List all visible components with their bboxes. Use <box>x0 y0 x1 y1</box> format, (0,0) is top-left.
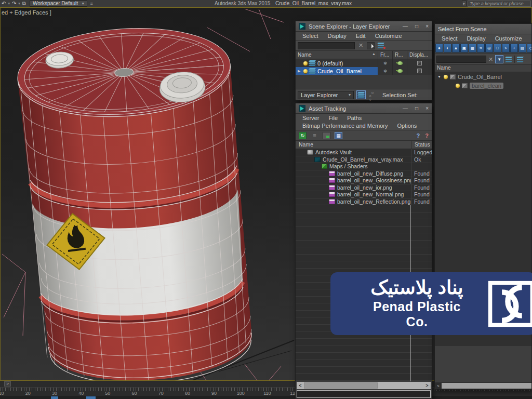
asset-row[interactable]: barrel_oil_new_ior.png Found <box>296 184 432 192</box>
asset-horizontal-scrollbar[interactable]: < > <box>297 382 431 389</box>
minimize-icon[interactable]: — <box>403 23 408 29</box>
select-horizontal-scrollbar[interactable]: < <box>435 382 531 389</box>
thumbnail-view-icon[interactable] <box>323 132 330 139</box>
filter-icon[interactable]: ◐ <box>444 44 451 52</box>
select-column-name[interactable]: Name <box>435 65 531 72</box>
column-frozen[interactable]: Fr... <box>378 51 392 59</box>
refresh-icon[interactable]: ↻ <box>299 132 307 139</box>
display-cell[interactable] <box>407 67 432 75</box>
render-cell[interactable] <box>392 67 407 75</box>
menu-item[interactable]: File <box>324 114 342 122</box>
asset-row[interactable]: barrel_oil_new_Normal.png Found <box>296 191 432 198</box>
hierarchy-view-button[interactable] <box>368 90 378 99</box>
render-cell[interactable] <box>392 59 407 67</box>
layer-filter-icon[interactable] <box>506 57 512 62</box>
filter-icon[interactable]: ▤ <box>518 44 526 52</box>
select-from-scene-titlebar[interactable]: Select From Scene <box>435 24 531 34</box>
visibility-bulb-icon[interactable] <box>456 84 460 88</box>
close-icon[interactable]: × <box>425 23 429 29</box>
redo-dropdown-icon[interactable]: ▾ <box>18 2 20 6</box>
context-help-icon[interactable]: ? <box>425 132 429 139</box>
maximize-icon[interactable]: □ <box>415 23 418 29</box>
open-mini-curve-editor-icon[interactable]: > <box>4 381 11 387</box>
layer-row[interactable]: 0 (default) ❄ <box>296 59 432 67</box>
clear-search-icon[interactable]: ✕ <box>488 56 493 63</box>
table-view-icon[interactable]: ▦ <box>335 132 342 139</box>
layer-row[interactable]: ▶Crude_Oil_Barrel ❄ <box>296 67 432 75</box>
viewport-shading-label[interactable]: ed + Edged Faces ] <box>2 9 51 16</box>
scene-search-input[interactable] <box>298 42 355 49</box>
display-cell[interactable] <box>407 59 432 67</box>
menu-item[interactable]: Options <box>392 122 421 130</box>
menu-item[interactable]: Bitmap Performance and Memory <box>298 122 392 130</box>
menu-item[interactable]: Customize <box>370 32 407 39</box>
filter-icon[interactable]: ▣ <box>460 44 468 52</box>
search-expand-icon[interactable]: ▸ <box>462 1 467 6</box>
scroll-right-icon[interactable]: > <box>423 383 431 388</box>
clear-search-icon[interactable]: ✕ <box>358 42 363 49</box>
asset-row[interactable]: Maps / Shaders <box>296 163 432 170</box>
scene-explorer-titlebar[interactable]: Scene Explorer - Layer Explorer — □ × <box>296 21 432 32</box>
column-status[interactable]: Status <box>411 141 433 149</box>
filter-icon[interactable]: □ <box>494 44 501 52</box>
workspace-menu-icon[interactable]: ≡ <box>90 1 93 6</box>
scrollbar-thumb[interactable] <box>304 382 378 389</box>
column-display[interactable]: Displa... <box>407 51 432 59</box>
filter-icon[interactable]: ≈ <box>477 44 485 52</box>
scroll-left-icon[interactable]: < <box>297 383 304 388</box>
keyword-search-input[interactable] <box>468 1 531 7</box>
explorer-mode-dropdown[interactable]: Layer Explorer▾ <box>298 91 354 99</box>
asset-row[interactable]: Crude_Oil_Barrel_max_vray.max Ok <box>296 156 432 164</box>
column-name[interactable]: Name <box>296 141 411 149</box>
menu-item[interactable]: Customize <box>490 35 527 42</box>
menu-item[interactable]: Server <box>298 114 324 122</box>
filter-icon[interactable]: ● <box>435 44 443 52</box>
list-view-icon[interactable]: ≡ <box>311 132 318 139</box>
expand-icon[interactable]: ▶ <box>298 69 302 73</box>
scene-object-row[interactable]: ▼ Crude_Oil_Barrel <box>435 72 531 81</box>
close-icon[interactable]: × <box>425 105 429 111</box>
menu-item[interactable]: Select <box>298 32 323 39</box>
filter-icon[interactable]: ▲ <box>452 44 460 52</box>
help-icon[interactable]: ? <box>417 132 420 139</box>
freeze-cell[interactable]: ❄ <box>378 59 392 67</box>
asset-status-field[interactable] <box>297 390 431 398</box>
visibility-bulb-icon[interactable] <box>303 61 308 65</box>
select-search-input[interactable] <box>436 56 486 63</box>
visibility-bulb-icon[interactable] <box>303 69 308 73</box>
asset-row[interactable]: barrel_oil_new_Glossiness.png Found <box>296 177 432 184</box>
filter-icon[interactable]: ▦ <box>469 44 476 52</box>
menu-item[interactable]: Display <box>323 32 351 39</box>
column-render[interactable]: R... <box>392 51 407 59</box>
filter-funnel-icon[interactable]: ▼ <box>495 55 503 63</box>
visibility-bulb-icon[interactable] <box>444 75 448 79</box>
link-icon[interactable]: ⧉ <box>22 1 26 7</box>
asset-row[interactable]: Autodesk Vault Logged Out <box>296 149 432 156</box>
filter-icon[interactable]: > <box>502 44 510 52</box>
layer-mode-icon[interactable] <box>378 43 384 48</box>
pick-object-icon[interactable] <box>367 42 375 49</box>
scrollbar-track[interactable] <box>442 383 531 389</box>
menu-item[interactable]: Paths <box>342 114 366 122</box>
filter-icon[interactable]: + <box>510 44 518 52</box>
column-name[interactable]: Name▲ <box>296 51 378 59</box>
menu-item[interactable]: Edit <box>351 32 370 39</box>
minimize-icon[interactable]: — <box>403 105 408 111</box>
maximize-icon[interactable]: □ <box>415 105 418 111</box>
asset-tracking-titlebar[interactable]: Asset Tracking — □ × <box>296 103 432 114</box>
expand-icon[interactable]: ▼ <box>437 75 442 78</box>
filter-icon[interactable]: ◎ <box>485 44 493 52</box>
layer-mode-icon[interactable] <box>517 57 524 62</box>
redo-icon[interactable]: ↷ <box>12 1 16 7</box>
menu-item[interactable]: Select <box>437 35 462 42</box>
freeze-cell[interactable]: ❄ <box>378 67 392 75</box>
asset-row[interactable]: barrel_oil_new_Reflection.png Found <box>296 198 432 206</box>
asset-row[interactable]: barrel_oil_new_Diffuse.png Found <box>296 170 432 178</box>
workspace-dropdown[interactable]: Workspace: Default ▾ <box>30 1 87 7</box>
undo-icon[interactable]: ↶ <box>2 1 6 7</box>
menu-item[interactable]: Display <box>462 35 490 42</box>
undo-dropdown-icon[interactable]: ▾ <box>8 2 10 6</box>
filter-icon[interactable]: ◇ <box>527 44 531 52</box>
layer-view-button[interactable] <box>356 90 366 99</box>
scene-object-row[interactable]: barel_clean <box>435 81 531 90</box>
